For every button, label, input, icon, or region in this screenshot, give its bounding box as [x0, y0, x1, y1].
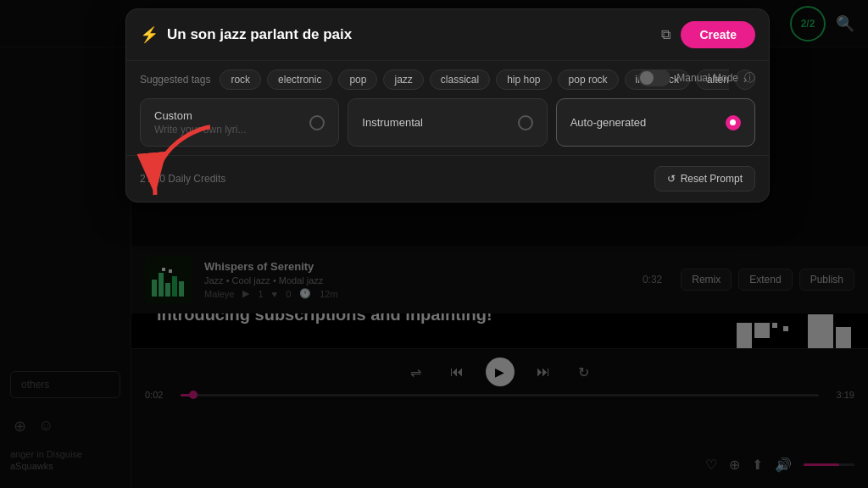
mode-custom-inner: Custom Write your own lyri... — [154, 109, 309, 136]
mode-auto-label: Auto-generated — [570, 116, 726, 129]
mode-custom-label: Custom — [154, 109, 309, 122]
tag-jazz[interactable]: jazz — [383, 69, 423, 90]
reset-icon: ↺ — [667, 173, 676, 185]
suggested-tags-label: Suggested tags — [140, 74, 210, 86]
copy-icon[interactable]: ⧉ — [661, 27, 670, 42]
manual-mode-toggle[interactable] — [638, 69, 670, 86]
mode-instrumental-radio — [518, 115, 533, 130]
mode-instrumental[interactable]: Instrumental — [348, 98, 547, 147]
modal-title: Un son jazz parlant de paix — [167, 26, 352, 43]
bolt-icon: ⚡ — [140, 25, 159, 44]
toggle-knob — [640, 71, 654, 85]
tag-poprock[interactable]: pop rock — [558, 69, 619, 90]
mode-auto-radio — [726, 115, 741, 130]
modal-title-row: ⚡ Un son jazz parlant de paix — [140, 25, 352, 44]
mode-options: Custom Write your own lyri... Instrument… — [126, 90, 769, 155]
manual-mode-label: Manual Mode — [676, 72, 738, 84]
mode-instrumental-label: Instrumental — [362, 116, 517, 129]
mode-auto-inner: Auto-generated — [570, 116, 726, 129]
tag-pop[interactable]: pop — [338, 69, 377, 90]
modal-footer: 2 / 10 Daily Credits ↺ Reset Prompt — [126, 155, 769, 202]
tag-rock[interactable]: rock — [220, 69, 261, 90]
daily-credits-text: 2 / 10 Daily Credits — [140, 173, 225, 185]
tag-electronic[interactable]: electronic — [267, 69, 332, 90]
info-icon[interactable]: ⓘ — [744, 70, 755, 86]
manual-mode-row: Manual Mode ⓘ — [638, 69, 755, 86]
modal-header-right: ⧉ Create — [661, 21, 755, 48]
reset-prompt-button[interactable]: ↺ Reset Prompt — [654, 166, 755, 191]
tags-section: Suggested tags rock electronic pop jazz … — [126, 61, 769, 90]
reset-label: Reset Prompt — [681, 173, 743, 185]
mode-custom-radio — [309, 115, 325, 130]
tag-hiphop[interactable]: hip hop — [496, 69, 551, 90]
mode-custom[interactable]: Custom Write your own lyri... — [140, 98, 339, 147]
modal: ⚡ Un son jazz parlant de paix ⧉ Create S… — [125, 8, 770, 202]
create-button[interactable]: Create — [681, 21, 755, 48]
modal-header: ⚡ Un son jazz parlant de paix ⧉ Create — [126, 9, 769, 61]
mode-custom-placeholder: Write your own lyri... — [154, 124, 309, 136]
mode-auto[interactable]: Auto-generated — [556, 98, 755, 147]
tag-classical[interactable]: classical — [430, 69, 490, 90]
mode-instrumental-inner: Instrumental — [362, 116, 517, 129]
